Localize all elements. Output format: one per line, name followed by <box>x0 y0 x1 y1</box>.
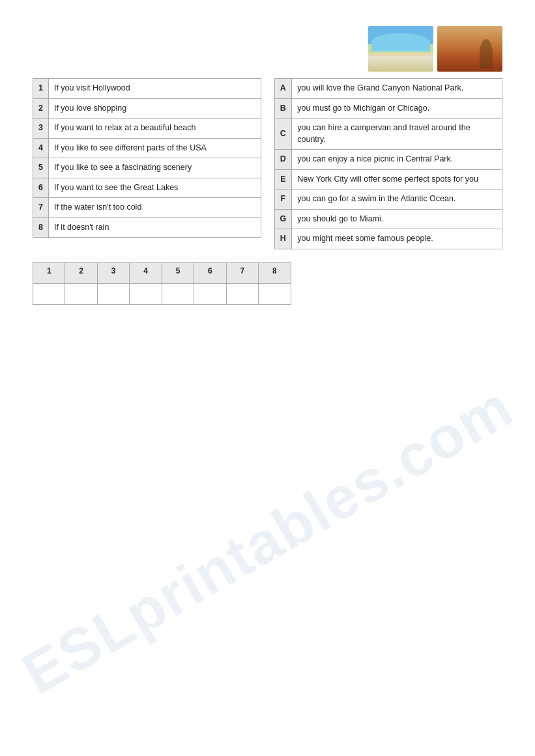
row-text: you will love the Grand Canyon National … <box>292 79 502 99</box>
left-table-row: 6 If you want to see the Great Lakes <box>33 178 261 198</box>
right-table-row: G you should go to Miami. <box>274 209 502 229</box>
row-number: 4 <box>33 138 49 158</box>
worksheet-page: 1 If you visit Hollywood 2 If you love s… <box>0 0 535 756</box>
left-table-row: 7 If the water isn't too cold <box>33 198 261 218</box>
left-matching-table: 1 If you visit Hollywood 2 If you love s… <box>33 78 261 238</box>
left-table-row: 2 If you love shopping <box>33 98 261 119</box>
row-text: If you want to relax at a beautiful beac… <box>48 119 261 139</box>
left-table-row: 8 If it doesn't rain <box>33 217 261 238</box>
answer-number-header: 4 <box>130 262 162 283</box>
answer-number-header: 6 <box>194 262 226 283</box>
title-section <box>33 26 355 38</box>
row-text: you might meet some famous people. <box>292 229 502 249</box>
row-letter: B <box>274 98 292 119</box>
watermark: ESLprintables.com <box>11 373 524 708</box>
answer-box[interactable] <box>97 283 129 304</box>
row-text: If you want to see the Great Lakes <box>48 178 261 198</box>
row-text: If you like to see different parts of th… <box>48 138 261 158</box>
row-text: If you visit Hollywood <box>48 79 261 99</box>
answer-box[interactable] <box>130 283 162 304</box>
left-table-row: 3 If you want to relax at a beautiful be… <box>33 119 261 139</box>
answer-number-header: 3 <box>97 262 129 283</box>
row-letter: G <box>274 209 292 229</box>
row-letter: H <box>274 229 292 249</box>
row-number: 6 <box>33 178 49 198</box>
row-number: 7 <box>33 198 49 218</box>
row-number: 5 <box>33 158 49 178</box>
answer-table: 12345678 <box>33 262 291 305</box>
left-table-row: 4 If you like to see different parts of … <box>33 138 261 158</box>
row-number: 1 <box>33 79 49 99</box>
row-letter: E <box>274 169 292 189</box>
right-table-row: F you can go for a swim in the Atlantic … <box>274 189 502 210</box>
row-letter: C <box>274 119 292 150</box>
answer-box[interactable] <box>194 283 226 304</box>
row-number: 8 <box>33 217 49 238</box>
row-letter: F <box>274 189 292 210</box>
right-table-row: H you might meet some famous people. <box>274 229 502 249</box>
answer-number-header: 5 <box>162 262 194 283</box>
tables-row: 1 If you visit Hollywood 2 If you love s… <box>33 78 502 249</box>
row-text: If you love shopping <box>48 98 261 119</box>
row-text: New York City will offer some perfect sp… <box>292 169 502 189</box>
right-table-row: C you can hire a campervan and travel ar… <box>274 119 502 150</box>
right-table-row: D you can enjoy a nice picnic in Central… <box>274 150 502 170</box>
canyon-image <box>437 26 502 72</box>
row-number: 3 <box>33 119 49 139</box>
row-text: you can go for a swim in the Atlantic Oc… <box>292 189 502 210</box>
right-table-row: B you must go to Michigan or Chicago. <box>274 98 502 119</box>
left-table-row: 5 If you like to see a fascinating scene… <box>33 158 261 178</box>
row-text: If you like to see a fascinating scenery <box>48 158 261 178</box>
row-text: you can hire a campervan and travel arou… <box>292 119 502 150</box>
beach-image <box>368 26 433 72</box>
row-text: If it doesn't rain <box>48 217 261 238</box>
right-table-row: E New York City will offer some perfect … <box>274 169 502 189</box>
answer-box[interactable] <box>33 283 65 304</box>
right-table-row: A you will love the Grand Canyon Nationa… <box>274 79 502 99</box>
row-number: 2 <box>33 98 49 119</box>
row-text: you must go to Michigan or Chicago. <box>292 98 502 119</box>
answer-number-header: 1 <box>33 262 65 283</box>
answer-box[interactable] <box>162 283 194 304</box>
right-matching-table: A you will love the Grand Canyon Nationa… <box>274 78 503 249</box>
answer-number-header: 8 <box>259 262 291 283</box>
row-letter: A <box>274 79 292 99</box>
left-table-row: 1 If you visit Hollywood <box>33 79 261 99</box>
row-text: If the water isn't too cold <box>48 198 261 218</box>
images-container <box>368 26 502 72</box>
header-row <box>33 26 502 72</box>
right-table: A you will love the Grand Canyon Nationa… <box>274 78 503 249</box>
answer-box[interactable] <box>226 283 258 304</box>
answer-number-header: 7 <box>226 262 258 283</box>
answer-row: 12345678 <box>33 262 502 305</box>
answer-box[interactable] <box>259 283 291 304</box>
row-letter: D <box>274 150 292 170</box>
row-text: you should go to Miami. <box>292 209 502 229</box>
left-table: 1 If you visit Hollywood 2 If you love s… <box>33 78 261 249</box>
row-text: you can enjoy a nice picnic in Central P… <box>292 150 502 170</box>
answer-box[interactable] <box>65 283 97 304</box>
answer-number-header: 2 <box>65 262 97 283</box>
